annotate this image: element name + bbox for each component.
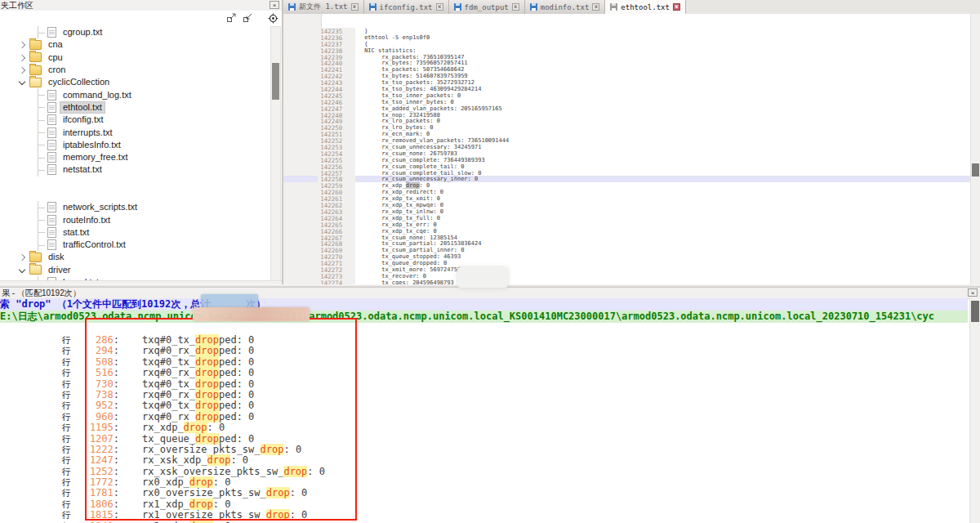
tree-item-icon — [47, 215, 56, 226]
tree-item[interactable]: stat.txt — [0, 226, 270, 239]
tree-item[interactable]: cpu — [0, 51, 270, 64]
tab[interactable]: modinfo.txt × — [525, 0, 606, 14]
tree-item-label: netstat.txt — [60, 164, 105, 175]
tab-close-icon[interactable]: × — [351, 3, 359, 11]
line-text: tx_csum_partial: 205153836424 — [364, 240, 481, 247]
line-text: tx_csum_none: 12385154 — [364, 235, 457, 241]
result-row[interactable]: 行286:txq#0_tx_dropped: 0 — [0, 323, 970, 333]
locate-current-file-icon[interactable] — [268, 13, 278, 24]
results-close-icon[interactable]: × — [968, 288, 978, 297]
tree-item[interactable]: network_scripts.txt — [0, 201, 270, 213]
results-vertical-scrollbar[interactable] — [969, 298, 980, 523]
tree-item[interactable]: cna — [0, 38, 270, 51]
match-highlight: drop — [266, 509, 290, 521]
result-text: rx1_oversize_pkts_sw_ — [142, 509, 266, 521]
tree-expander-icon[interactable] — [19, 254, 25, 261]
tree-item[interactable]: command_log.txt — [0, 88, 270, 101]
line-text: rx_xdp_redirect: 0 — [364, 189, 443, 195]
tree-expander-icon[interactable] — [19, 78, 25, 85]
tree-item[interactable]: interrupts.txt — [0, 126, 270, 138]
tab[interactable]: ethtool.txt × — [605, 0, 686, 14]
line-text: tx_tso_packets: 35272932712 — [364, 79, 474, 86]
match-highlight: drop — [195, 345, 219, 356]
tree-item-label: stat.txt — [60, 227, 91, 238]
tree-item-label: memory_free.txt — [60, 152, 130, 163]
result-text: : 0 — [230, 454, 248, 466]
line-text: rx_xdp_tx_mpwqe: 0 — [364, 202, 443, 208]
line-text: rx_csum_unnecessary: 34245971 — [364, 144, 481, 150]
tree-item[interactable]: cgroup.txt — [0, 26, 270, 38]
tab-label: 新文件 1.txt — [299, 2, 348, 12]
tab[interactable]: ifconfig.txt × — [364, 0, 449, 14]
tree-item[interactable]: netstat.txt — [0, 163, 270, 176]
editor-line[interactable]: 142236ethtool -S enp1s0f0 — [283, 28, 970, 34]
tree-item[interactable]: trafficControl.txt — [0, 239, 270, 251]
tree-item[interactable]: ifconfig.txt — [0, 114, 270, 126]
workspace-close-icon[interactable]: × — [270, 1, 279, 9]
tree-item[interactable]: iptablesInfo.txt — [0, 139, 270, 151]
search-summary-text: 索 "drop" （1个文件中匹配到10192次，总计 — [0, 298, 210, 310]
tree-item[interactable]: driver — [0, 264, 270, 276]
line-text: rx_xdp_tx_xmit: 0 — [364, 195, 440, 202]
editor-scrollbar-thumb[interactable] — [972, 163, 979, 177]
result-text: ped: 0 — [219, 345, 254, 356]
line-word-label: 行 — [62, 390, 71, 400]
tree-item[interactable]: cron — [0, 64, 270, 76]
tree-item-label: driver — [46, 265, 74, 275]
line-text: rx_csum_complete: 736449389393 — [364, 157, 485, 163]
tree-item[interactable]: cyclicCollection — [0, 76, 270, 88]
editor-text-area[interactable]: 142235} 142236ethtool -S enp1s0f0 142237… — [283, 14, 970, 285]
expand-all-icon[interactable] — [226, 12, 237, 23]
line-text: rx_csum_complete_tail: 0 — [364, 163, 464, 170]
collapse-all-icon[interactable] — [243, 12, 253, 23]
tree-expander-icon[interactable] — [19, 42, 25, 48]
tab[interactable]: 新文件 1.txt × — [283, 0, 364, 14]
tree-expander-icon[interactable] — [19, 67, 25, 74]
tree-item-label: cyclicCollection — [46, 77, 112, 87]
result-line-number: 1247 — [71, 454, 114, 466]
tree-item-label: cna — [46, 39, 65, 50]
result-text: : 0 — [213, 521, 231, 523]
line-text: rx_csum_complete_tail_slow: 0 — [364, 170, 481, 177]
colon: : — [114, 444, 119, 455]
result-file-path-line[interactable]: E:\日志\armod0523.odata.ncmp.unicom.locar(… — [0, 311, 968, 323]
tree-item-icon — [47, 127, 56, 138]
tree-expander-icon[interactable] — [19, 266, 25, 272]
tab-close-icon[interactable]: × — [436, 3, 443, 11]
result-text: ped: 0 — [219, 389, 254, 400]
tab-close-icon[interactable]: × — [512, 3, 519, 11]
result-text: : 0 — [290, 487, 308, 498]
result-text: txq#0_tx_ — [142, 356, 195, 368]
line-text: rx_xdp_tx_inlnw: 0 — [364, 208, 443, 215]
line-text: tx_added_vlan_packets: 205165957165 — [364, 105, 502, 112]
tree-scrollbar-thumb[interactable] — [272, 63, 279, 100]
result-text: rxq#0_rx_ — [142, 389, 195, 400]
result-text: : 0 — [213, 498, 231, 510]
tree-item[interactable]: memory_free.txt — [0, 151, 270, 163]
tree-item[interactable]: disk — [0, 251, 270, 263]
tab-label: ifconfig.txt — [380, 3, 433, 11]
line-text: rx_lro_bytes: 0 — [364, 124, 433, 131]
workspace-tree: cgroup.txt cna cpu cron — [0, 26, 270, 281]
editor-line[interactable]: 142235} — [283, 21, 970, 28]
result-line-number: 738 — [71, 389, 114, 400]
tab[interactable]: fdm_output × — [449, 0, 525, 14]
tree-expander-icon[interactable] — [19, 54, 25, 60]
tree-item[interactable]: routeInfo.txt — [0, 213, 270, 226]
tree-vertical-scrollbar[interactable] — [270, 26, 281, 281]
editor-line[interactable]: 142238NIC statistics: — [283, 41, 970, 47]
tab-close-icon[interactable]: × — [673, 3, 680, 11]
results-scrollbar-thumb[interactable] — [971, 301, 979, 322]
tab-close-icon[interactable]: × — [592, 3, 599, 11]
tree-item[interactable]: ethtool.txt — [0, 101, 270, 114]
line-text: rx_csum_unnecessary_inner: 0 — [364, 176, 478, 182]
saved-file-icon — [288, 3, 296, 11]
result-text: rxq#0_rx_ — [142, 345, 195, 356]
tree-item[interactable] — [0, 189, 270, 201]
tree-item-icon — [29, 40, 42, 50]
tree-item[interactable] — [0, 177, 270, 189]
result-text: : 0 — [283, 444, 301, 455]
result-line-number: 1195 — [71, 422, 114, 433]
editor-vertical-scrollbar[interactable] — [970, 14, 980, 285]
result-line-number: 952 — [71, 400, 114, 411]
